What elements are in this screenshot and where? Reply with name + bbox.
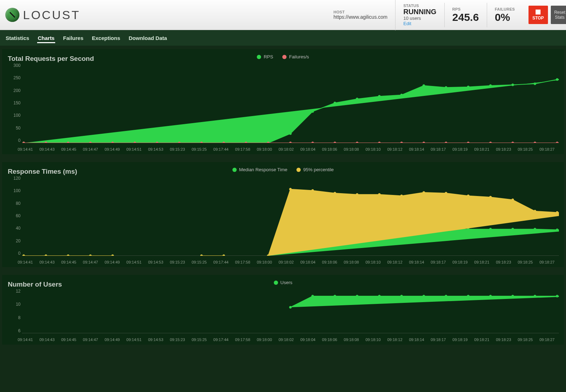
data-point[interactable] xyxy=(556,142,558,143)
data-point[interactable] xyxy=(200,255,202,256)
legend-item: RPS xyxy=(257,54,273,59)
data-point[interactable] xyxy=(334,192,336,194)
data-point[interactable] xyxy=(400,295,403,297)
data-point[interactable] xyxy=(45,255,47,256)
data-point[interactable] xyxy=(378,295,380,297)
tab-exceptions[interactable]: Exceptions xyxy=(91,31,121,45)
x-tick: 09:14:43 xyxy=(39,338,54,342)
data-point[interactable] xyxy=(378,95,380,97)
data-point[interactable] xyxy=(423,142,425,143)
x-tick: 09:18:10 xyxy=(365,338,381,342)
data-point[interactable] xyxy=(445,192,447,194)
tab-charts[interactable]: Charts xyxy=(37,31,56,45)
data-point[interactable] xyxy=(489,196,491,198)
data-point[interactable] xyxy=(556,211,558,213)
data-point[interactable] xyxy=(534,295,536,297)
data-point[interactable] xyxy=(445,142,447,143)
data-point[interactable] xyxy=(489,228,491,230)
data-point[interactable] xyxy=(556,79,558,81)
data-point[interactable] xyxy=(534,83,536,85)
data-point[interactable] xyxy=(134,142,136,143)
data-point[interactable] xyxy=(489,295,491,297)
stop-icon xyxy=(536,10,541,15)
data-point[interactable] xyxy=(156,142,158,143)
data-point[interactable] xyxy=(89,255,91,256)
data-point[interactable] xyxy=(289,306,291,308)
data-point[interactable] xyxy=(534,210,536,212)
data-point[interactable] xyxy=(245,142,247,143)
data-point[interactable] xyxy=(223,142,225,143)
data-point[interactable] xyxy=(289,188,291,190)
x-tick: 09:14:47 xyxy=(83,338,98,342)
tab-statistics[interactable]: Statistics xyxy=(5,31,30,45)
data-point[interactable] xyxy=(356,142,358,143)
x-tick: 09:18:17 xyxy=(431,260,446,264)
data-point[interactable] xyxy=(512,142,514,143)
data-point[interactable] xyxy=(423,191,425,194)
data-point[interactable] xyxy=(111,142,114,143)
data-point[interactable] xyxy=(512,199,514,201)
data-point[interactable] xyxy=(289,142,291,143)
reset-stats-button[interactable]: Reset Stats xyxy=(551,6,566,24)
data-point[interactable] xyxy=(512,228,514,230)
data-point[interactable] xyxy=(267,142,269,143)
x-tick: 09:14:45 xyxy=(61,338,76,342)
data-point[interactable] xyxy=(534,142,536,143)
data-point[interactable] xyxy=(267,255,269,256)
data-point[interactable] xyxy=(512,84,514,86)
data-point[interactable] xyxy=(423,295,425,297)
data-point[interactable] xyxy=(556,229,558,231)
data-point[interactable] xyxy=(312,142,314,143)
data-point[interactable] xyxy=(378,142,380,143)
data-point[interactable] xyxy=(312,295,314,297)
series-line-95-percentile xyxy=(24,189,559,256)
rps-label: RPS xyxy=(452,7,479,11)
data-point[interactable] xyxy=(23,255,25,256)
data-point[interactable] xyxy=(334,142,336,143)
data-point[interactable] xyxy=(45,142,47,143)
data-point[interactable] xyxy=(356,98,358,100)
data-point[interactable] xyxy=(334,102,336,104)
data-point[interactable] xyxy=(467,142,469,143)
data-point[interactable] xyxy=(556,295,558,297)
data-point[interactable] xyxy=(111,255,114,256)
data-point[interactable] xyxy=(23,142,25,143)
data-point[interactable] xyxy=(445,86,447,88)
y-tick: 100 xyxy=(6,188,21,193)
data-point[interactable] xyxy=(445,295,447,297)
data-point[interactable] xyxy=(200,142,202,143)
data-point[interactable] xyxy=(400,142,403,143)
data-point[interactable] xyxy=(312,110,314,113)
y-axis: 020406080100120 xyxy=(6,176,21,256)
data-point[interactable] xyxy=(356,194,358,196)
data-point[interactable] xyxy=(467,86,469,88)
edit-link[interactable]: Edit xyxy=(403,21,436,26)
data-point[interactable] xyxy=(378,194,380,196)
data-point[interactable] xyxy=(534,228,536,230)
y-tick: 40 xyxy=(6,226,21,231)
data-point[interactable] xyxy=(512,295,514,297)
data-point[interactable] xyxy=(467,195,469,197)
data-point[interactable] xyxy=(67,142,69,143)
data-point[interactable] xyxy=(67,255,69,256)
data-point[interactable] xyxy=(423,85,425,87)
x-tick: 09:18:04 xyxy=(300,260,316,264)
data-point[interactable] xyxy=(489,85,491,87)
data-point[interactable] xyxy=(178,142,180,143)
x-tick: 09:15:23 xyxy=(170,147,185,151)
data-point[interactable] xyxy=(334,295,336,297)
data-point[interactable] xyxy=(223,255,225,256)
data-point[interactable] xyxy=(400,195,403,197)
tab-download-data[interactable]: Download Data xyxy=(128,31,168,45)
data-point[interactable] xyxy=(356,295,358,297)
data-point[interactable] xyxy=(289,132,291,134)
x-axis: 09:14:4109:14:4309:14:4509:14:4709:14:49… xyxy=(22,338,562,342)
stop-button[interactable]: STOP xyxy=(529,6,548,24)
data-point[interactable] xyxy=(467,295,469,297)
chart-area: 68101209:14:4109:14:4309:14:4509:14:4709… xyxy=(22,289,562,342)
data-point[interactable] xyxy=(89,142,91,143)
data-point[interactable] xyxy=(400,94,403,96)
data-point[interactable] xyxy=(489,142,491,143)
tab-failures[interactable]: Failures xyxy=(62,31,84,45)
data-point[interactable] xyxy=(312,189,314,191)
